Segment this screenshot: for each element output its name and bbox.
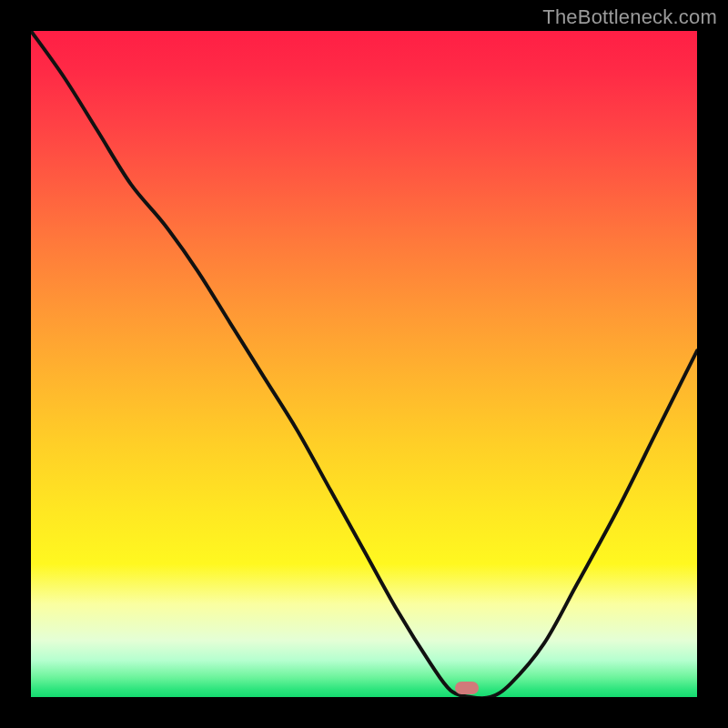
- bottleneck-curve: [31, 31, 697, 697]
- optimal-point-marker: [455, 682, 479, 694]
- plot-area: [31, 31, 697, 697]
- curve-path: [31, 31, 697, 697]
- watermark-text: TheBottleneck.com: [542, 5, 717, 29]
- outer-frame: TheBottleneck.com: [0, 0, 728, 728]
